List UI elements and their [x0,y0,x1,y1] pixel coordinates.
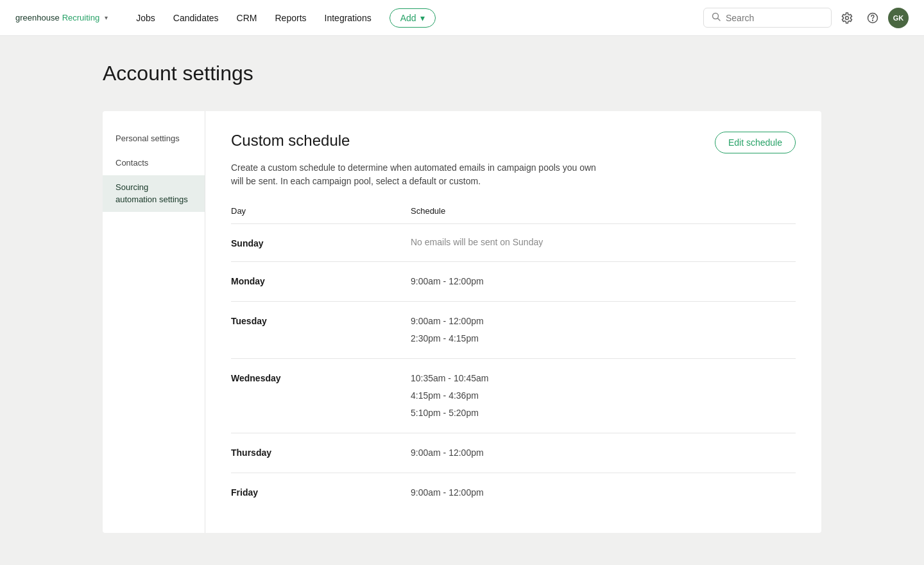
schedule-monday: 9:00am - 12:00pm [411,275,484,288]
search-box[interactable] [703,8,832,28]
table-row: Wednesday 10:35am - 10:45am 4:15pm - 4:3… [231,359,796,433]
schedule-description: Create a custom schedule to determine wh… [231,161,603,188]
schedule-friday: 9:00am - 12:00pm [411,486,484,500]
day-sunday: Sunday [231,237,411,248]
table-row: Friday 9:00am - 12:00pm [231,473,796,512]
wednesday-time-3: 5:10pm - 5:20pm [411,406,488,420]
add-chevron-icon: ▾ [420,13,425,23]
table-row: Thursday 9:00am - 12:00pm [231,433,796,473]
sunday-empty: No emails will be sent on Sunday [411,237,543,247]
page-content: Account settings Personal settings Conta… [0,36,924,559]
nav-right: GK [703,8,909,28]
search-input[interactable] [726,13,823,23]
nav-crm[interactable]: CRM [229,8,265,28]
day-tuesday: Tuesday [231,315,411,326]
table-row: Monday 9:00am - 12:00pm [231,262,796,302]
day-friday: Friday [231,486,411,498]
user-avatar[interactable]: GK [888,8,909,28]
schedule-tuesday: 9:00am - 12:00pm 2:30pm - 4:15pm [411,315,484,345]
sidebar-contacts-label: Contacts [116,158,148,168]
tuesday-time-2: 2:30pm - 4:15pm [411,332,484,345]
schedule-title: Custom schedule [231,132,350,150]
nav-candidates[interactable]: Candidates [166,8,227,28]
sidebar-personal-settings-label: Personal settings [116,134,180,143]
avatar-initials: GK [893,14,904,22]
main-layout: Personal settings Contacts Sourcing auto… [103,111,821,533]
schedule-header: Custom schedule Edit schedule [231,132,796,153]
sidebar: Personal settings Contacts Sourcing auto… [103,111,205,533]
table-row: Tuesday 9:00am - 12:00pm 2:30pm - 4:15pm [231,302,796,359]
main-panel: Custom schedule Edit schedule Create a c… [205,111,821,533]
table-row: Sunday No emails will be sent on Sunday [231,224,796,262]
schedule-sunday: No emails will be sent on Sunday [411,237,543,247]
schedule-wednesday: 10:35am - 10:45am 4:15pm - 4:36pm 5:10pm… [411,372,488,420]
svg-line-1 [718,19,721,21]
logo-chevron-icon: ▾ [105,14,108,21]
schedule-table: Day Schedule Sunday No emails will be se… [231,206,796,512]
nav-integrations[interactable]: Integrations [317,8,379,28]
top-nav: greenhouse Recruiting ▾ Jobs Candidates … [0,0,924,36]
settings-button[interactable] [837,8,857,28]
friday-time-1: 9:00am - 12:00pm [411,486,484,500]
nav-jobs[interactable]: Jobs [128,8,163,28]
col-day-header: Day [231,206,411,216]
sidebar-item-sourcing-automation[interactable]: Sourcing automation settings [103,175,205,211]
sidebar-item-contacts[interactable]: Contacts [103,151,205,175]
day-monday: Monday [231,275,411,286]
monday-time-1: 9:00am - 12:00pm [411,275,484,288]
wednesday-time-1: 10:35am - 10:45am [411,372,488,385]
edit-schedule-label: Edit schedule [728,137,782,148]
wednesday-time-2: 4:15pm - 4:36pm [411,389,488,403]
logo-greenhouse: greenhouse [15,13,60,22]
table-header-row: Day Schedule [231,206,796,224]
page-title: Account settings [103,62,821,85]
schedule-thursday: 9:00am - 12:00pm [411,446,484,460]
add-button-label: Add [400,13,416,23]
day-wednesday: Wednesday [231,372,411,383]
day-thursday: Thursday [231,446,411,458]
sidebar-sourcing-label: Sourcing automation settings [116,182,188,204]
nav-links: Jobs Candidates CRM Reports Integrations… [128,8,703,28]
col-schedule-header: Schedule [411,206,445,216]
search-icon [712,12,721,23]
logo-recruiting: Recruiting [62,13,100,22]
tuesday-time-1: 9:00am - 12:00pm [411,315,484,328]
nav-logo[interactable]: greenhouse Recruiting ▾ [15,13,108,22]
edit-schedule-button[interactable]: Edit schedule [715,132,796,153]
help-button[interactable] [862,8,883,28]
nav-reports[interactable]: Reports [268,8,314,28]
thursday-time-1: 9:00am - 12:00pm [411,446,484,460]
add-button[interactable]: Add ▾ [389,8,436,28]
app-wrapper: greenhouse Recruiting ▾ Jobs Candidates … [0,0,924,565]
sidebar-item-personal-settings[interactable]: Personal settings [103,126,205,151]
